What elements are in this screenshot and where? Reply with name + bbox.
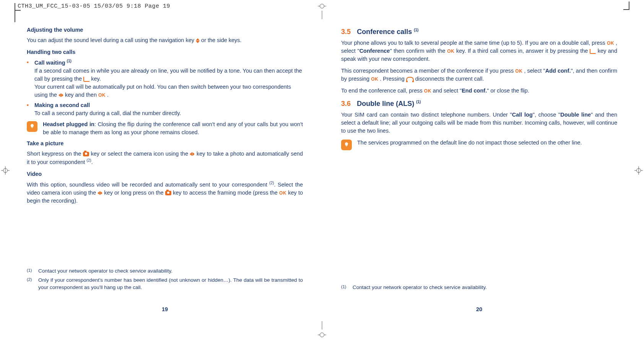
heading-video: Video bbox=[27, 170, 303, 178]
bullet-dot-icon: • bbox=[27, 101, 31, 117]
left-softkey-icon bbox=[590, 49, 596, 54]
bullet-dot-icon: • bbox=[27, 58, 31, 99]
registration-mark-bottom bbox=[317, 330, 327, 339]
para-conference-1: Your phone allows you to talk to several… bbox=[341, 39, 617, 63]
crop-mark-top-right bbox=[622, 2, 629, 9]
footnote-marker: (2) bbox=[27, 277, 34, 292]
footnote-text: Contact your network operator to check s… bbox=[353, 284, 617, 291]
page-number-left: 19 bbox=[162, 305, 168, 313]
left-right-nav-icon bbox=[59, 93, 63, 97]
footnote-text: Contact your network operator to check s… bbox=[38, 267, 303, 275]
text: You can adjust the sound level during a … bbox=[27, 37, 196, 43]
left-softkey-icon bbox=[83, 77, 89, 82]
para-double-line: Your SIM card can contain two distinct t… bbox=[341, 111, 617, 135]
subhead-call-waiting: Call waiting (1) bbox=[34, 60, 72, 66]
left-right-nav-icon bbox=[98, 191, 102, 195]
registration-mark-right bbox=[634, 166, 643, 175]
page-19: Adjusting the volume You can adjust the … bbox=[27, 23, 303, 295]
footnote-text: Only if your correspondent's number has … bbox=[38, 276, 303, 291]
pdf-header: CTH3_UM_FCC_15-03-05 15/03/05 9:18 Page … bbox=[18, 3, 170, 10]
tip-text: The services programmed on the default l… bbox=[357, 139, 617, 147]
heading-adjust-volume: Adjusting the volume bbox=[27, 26, 303, 34]
heading-take-picture: Take a picture bbox=[27, 140, 303, 148]
para-adjust-volume: You can adjust the sound level during a … bbox=[27, 36, 303, 44]
ok-key-icon: OK bbox=[515, 68, 522, 74]
para-conference-2: This correspondent becomes a member of t… bbox=[341, 67, 617, 83]
heading-handling-two-calls: Handling two calls bbox=[27, 48, 303, 56]
left-right-nav-icon bbox=[190, 152, 195, 156]
nav-up-down-icon bbox=[196, 38, 200, 43]
footnote-marker: (1) bbox=[27, 268, 34, 275]
text: or the side keys. bbox=[201, 37, 242, 43]
page-spread: Adjusting the volume You can adjust the … bbox=[27, 23, 617, 295]
page-number-right: 20 bbox=[476, 305, 482, 313]
camera-icon bbox=[83, 152, 89, 156]
footnote-1: (1) Contact your network operator to che… bbox=[341, 284, 617, 291]
text: key. bbox=[91, 76, 101, 82]
camera-icon bbox=[165, 191, 171, 195]
text: key and then bbox=[65, 92, 98, 98]
text: If a second call comes in while you are … bbox=[34, 68, 302, 82]
para-video: With this option, soundless video will b… bbox=[27, 180, 303, 205]
ok-key-icon: OK bbox=[607, 41, 614, 46]
footnote-2: (2) Only if your correspondent's number … bbox=[27, 276, 303, 291]
page-20: 3.5 Conference calls (1) Your phone allo… bbox=[341, 23, 617, 295]
footnote-1: (1) Contact your network operator to che… bbox=[27, 267, 303, 275]
registration-mark-top bbox=[317, 2, 327, 11]
para-conference-3: To end the conference call, press OK and… bbox=[341, 87, 617, 95]
footnotes-right: (1) Contact your network operator to che… bbox=[341, 282, 617, 291]
ok-key-icon: OK bbox=[98, 93, 106, 98]
section-3-6-heading: 3.6 Double line (ALS) (1) bbox=[341, 99, 617, 109]
ok-key-icon: OK bbox=[279, 190, 286, 196]
ok-key-icon: OK bbox=[371, 76, 378, 82]
ok-key-icon: OK bbox=[424, 88, 431, 94]
text: To call a second party during a call, di… bbox=[34, 110, 181, 116]
ok-key-icon: OK bbox=[447, 49, 454, 54]
registration-mark-left bbox=[1, 166, 10, 175]
bullet-call-waiting: • Call waiting (1) If a second call come… bbox=[27, 58, 303, 99]
bullet-second-call: • Making a second call To call a second … bbox=[27, 101, 303, 117]
tip-double-line: The services programmed on the default l… bbox=[341, 139, 617, 150]
tip-lightbulb-icon bbox=[27, 121, 37, 132]
text: . bbox=[107, 92, 109, 98]
crop-mark-top-left bbox=[15, 0, 22, 8]
subhead-second-call: Making a second call bbox=[34, 102, 90, 108]
tip-text: Headset plugged in: Closing the flip dur… bbox=[43, 120, 303, 136]
footnote-marker: (1) bbox=[341, 284, 348, 292]
section-3-5-heading: 3.5 Conference calls (1) bbox=[341, 27, 617, 37]
footnotes-left: (1) Contact your network operator to che… bbox=[27, 266, 303, 291]
para-take-picture: Short keypress on the key or select the … bbox=[27, 150, 303, 166]
hangup-icon bbox=[406, 77, 414, 81]
tip-lightbulb-icon bbox=[341, 140, 352, 150]
tip-headset: Headset plugged in: Closing the flip dur… bbox=[27, 120, 303, 136]
